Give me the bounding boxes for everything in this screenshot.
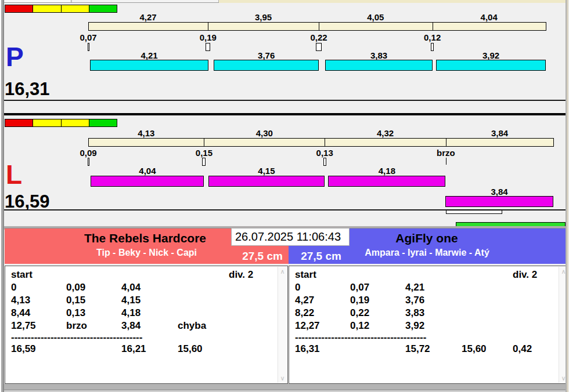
result-table-right[interactable]: startdiv. 200,074,214,270,193,768,220,22… xyxy=(289,266,569,384)
lane-letter-l: L xyxy=(6,163,22,186)
table-cell: brzo xyxy=(66,320,121,332)
result-table-left-body: startdiv. 200,094,044,130,154,158,440,13… xyxy=(5,266,278,383)
table-total-cell: 16,59 xyxy=(11,343,66,355)
table-separator-row: ---------------------------------------- xyxy=(11,332,278,343)
changeover-gap-tick xyxy=(88,158,89,166)
scroll-up-icon[interactable]: ∧ xyxy=(278,267,287,275)
changeover-gap-tick xyxy=(88,43,89,51)
table-cell: 4,18 xyxy=(121,307,178,320)
table-cell xyxy=(229,320,278,332)
table-totals-row: 16,5916,2115,60 xyxy=(11,343,278,355)
split-time-bar-segment xyxy=(319,22,433,31)
dog-run-time-label: 4,15 xyxy=(243,166,290,176)
split-time-label: 4,27 xyxy=(125,12,171,22)
changeover-gap-label: 0,09 xyxy=(65,148,111,158)
table-row: 12,75brzo3,84chyba xyxy=(11,320,278,332)
top-strip-segment xyxy=(5,0,71,2)
table-header-start: start xyxy=(11,268,66,281)
table-header-row: startdiv. 2 xyxy=(11,268,278,281)
dog-run-time-label: 4,04 xyxy=(124,166,171,176)
status-light-block xyxy=(89,5,117,13)
split-time-label: 4,32 xyxy=(362,128,408,138)
split-time-bar-segment xyxy=(88,138,204,147)
split-time-label: 4,13 xyxy=(123,128,170,138)
table-cell xyxy=(229,281,278,294)
table-separator-row: ---------------------------------------- xyxy=(295,332,559,343)
table-cell xyxy=(178,294,229,307)
status-light-block xyxy=(33,119,61,127)
early-start-tick xyxy=(446,158,446,165)
lane-p-bottom-border xyxy=(4,100,566,101)
window-border-left xyxy=(0,0,4,392)
table-cell: 3,83 xyxy=(405,307,462,320)
table-cell: 4,04 xyxy=(121,281,178,294)
table-totals-row: 16,3115,7215,600,42 xyxy=(295,343,559,355)
status-light-block xyxy=(89,119,117,127)
split-time-label: 4,05 xyxy=(352,12,399,22)
top-clipped-panel-strip xyxy=(4,0,566,3)
rerun-indicator-bar xyxy=(446,210,502,214)
split-time-label: 4,30 xyxy=(241,128,287,138)
table-row: 4,270,193,76 xyxy=(295,294,559,307)
status-light-block xyxy=(61,5,89,13)
table-total-cell: 15,60 xyxy=(178,343,229,355)
changeover-gap-tick xyxy=(431,43,434,51)
lane-total-time-l: 16,59 xyxy=(5,193,50,210)
table-cell: 4,27 xyxy=(295,294,350,307)
dog-run-bar xyxy=(214,60,319,71)
changeover-gap-label: brzo xyxy=(423,148,469,158)
lane-letter-p: P xyxy=(6,45,24,68)
changeover-gap-tick xyxy=(206,43,210,51)
table-total-cell: 15,60 xyxy=(462,343,513,355)
dog-run-bar xyxy=(325,60,433,71)
table-cell xyxy=(462,320,513,332)
status-light-block xyxy=(33,5,61,13)
table-cell: 4,21 xyxy=(405,281,462,294)
table-cell: 3,84 xyxy=(121,320,178,332)
split-time-bar-segment xyxy=(208,22,319,31)
status-light-block xyxy=(5,119,33,127)
dog-run-bar xyxy=(445,196,553,207)
table-cell: 8,44 xyxy=(11,307,66,320)
dog-run-bar xyxy=(436,60,546,71)
table-row: 4,130,154,15 xyxy=(11,294,278,307)
dog-run-time-label: 4,21 xyxy=(126,50,172,60)
lane-total-time-p: 16,31 xyxy=(5,81,50,98)
table-cell: 0,15 xyxy=(66,294,121,307)
jump-height-left: 27,5 cm xyxy=(236,250,289,263)
table-cell xyxy=(178,307,229,320)
table-cell: 0,19 xyxy=(350,294,405,307)
table-cell xyxy=(513,281,559,294)
table-header-division: div. 2 xyxy=(229,268,278,281)
table-cell: 0,13 xyxy=(66,307,121,320)
changeover-gap-label: 0,19 xyxy=(185,32,231,42)
changeover-gap-tick xyxy=(323,158,326,166)
dog-run-bar xyxy=(208,176,325,187)
scroll-down-icon[interactable]: ∨ xyxy=(278,374,287,382)
table-cell xyxy=(513,307,559,320)
dog-run-time-label: 3,83 xyxy=(356,50,402,60)
split-time-label: 3,84 xyxy=(477,128,523,138)
changeover-gap-label: 0,13 xyxy=(301,148,348,158)
split-time-label: 4,04 xyxy=(466,12,512,22)
result-table-left[interactable]: startdiv. 200,094,044,130,154,158,440,13… xyxy=(5,266,288,384)
top-strip-segment xyxy=(73,0,219,2)
scrollbar-left[interactable]: ∧ ∨ xyxy=(278,267,287,383)
split-time-bar-segment xyxy=(204,138,325,147)
changeover-gap-label: 0,15 xyxy=(181,148,227,158)
table-row: 00,074,21 xyxy=(295,281,559,294)
table-cell xyxy=(462,294,513,307)
dog-run-bar xyxy=(91,176,204,187)
table-row: 00,094,04 xyxy=(11,281,278,294)
changeover-gap-label: 0,07 xyxy=(65,32,111,42)
table-cell: 0,12 xyxy=(350,320,405,332)
status-light-block xyxy=(5,5,33,13)
table-cell: 0,22 xyxy=(350,307,405,320)
table-total-cell: 16,21 xyxy=(121,343,178,355)
table-cell xyxy=(229,307,278,320)
table-header-division: div. 2 xyxy=(513,268,559,281)
dog-run-time-label: 3,92 xyxy=(468,50,514,60)
dog-run-time-label: 4,18 xyxy=(363,166,410,176)
status-light-block xyxy=(61,119,89,127)
table-header-row: startdiv. 2 xyxy=(295,268,559,281)
